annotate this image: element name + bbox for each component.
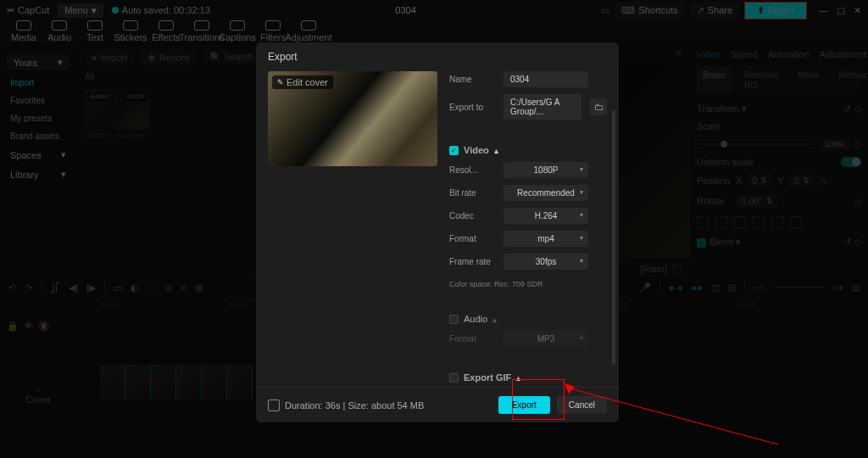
tool-effects[interactable]: Effects	[149, 20, 183, 42]
reset-icon[interactable]: ↺	[843, 103, 851, 114]
align-hcenter-icon[interactable]	[715, 216, 727, 228]
tab-animation[interactable]: Animation	[768, 49, 810, 59]
share-button[interactable]: ↗ Share	[690, 3, 739, 19]
tool-stickers[interactable]: Stickers	[114, 20, 147, 42]
cancel-button[interactable]: Cancel	[557, 396, 607, 414]
name-input[interactable]: 0304	[504, 71, 588, 87]
audio-section-toggle[interactable]: Audio ▴	[449, 314, 607, 324]
tool-icon-6[interactable]: ⊞	[195, 282, 203, 293]
folder-icon[interactable]: 🗀	[590, 98, 607, 115]
align-right-icon[interactable]	[734, 216, 746, 228]
mute-icon[interactable]: 🔇	[38, 321, 50, 332]
redo-icon[interactable]: ↷	[25, 282, 32, 293]
video-section-toggle[interactable]: ✓Video ▴	[449, 145, 607, 155]
tool-audio[interactable]: Audio	[42, 20, 76, 42]
tool-icon-3[interactable]: ⬚	[147, 282, 156, 293]
yours-dropdown[interactable]: Yours▾	[7, 54, 70, 70]
format-select[interactable]: mp4	[504, 231, 588, 247]
tool-icon-5[interactable]: ≡	[181, 282, 186, 293]
tl-icon-a[interactable]: ◫	[711, 282, 720, 293]
scale-keyframe-icon[interactable]: ◇	[854, 139, 861, 150]
tl-icon-b[interactable]: ⊟	[728, 282, 736, 293]
rotate-keyframe-icon[interactable]: ◇	[854, 196, 861, 207]
cover-button[interactable]: ✎Cover	[7, 386, 70, 405]
mic-icon[interactable]: 🎤	[639, 282, 651, 293]
subtab-retouch[interactable]: Retouch	[832, 66, 868, 93]
tool-text[interactable]: Text	[78, 20, 112, 42]
shortcuts-button[interactable]: ⌨ Shortcuts	[615, 3, 684, 19]
align-bottom-icon[interactable]	[790, 216, 802, 228]
auto-icon-2[interactable]: ●●	[692, 282, 703, 293]
edit-cover-button[interactable]: ✎ Edit cover	[272, 75, 333, 89]
blend-keyframe-icon[interactable]: ◇	[854, 237, 861, 248]
delete-right-icon[interactable]: [▶	[86, 282, 96, 293]
tool-icon-1[interactable]: ▭	[114, 282, 122, 293]
subtab-mask[interactable]: Mask	[792, 66, 826, 93]
subtab-removebg[interactable]: Remove BG	[738, 66, 785, 93]
timeline-clip[interactable]: 1225274_1920_1080_24fps.mp4 00:00:35:17	[100, 365, 253, 400]
fit-icon[interactable]: ⊡	[852, 282, 860, 293]
record-button[interactable]: ◉ Record	[141, 49, 196, 65]
cover-preview[interactable]: ✎ Edit cover	[268, 71, 437, 166]
ratio-button[interactable]: [Ratio]	[640, 264, 667, 274]
position-label: Position	[697, 176, 731, 186]
pos-keyframe-icon[interactable]: ◇	[820, 176, 826, 187]
blend-label[interactable]: ✓Blend ▾	[697, 237, 741, 248]
menu-button[interactable]: Menu ▾	[58, 3, 103, 18]
zoom-in-icon[interactable]: ○+	[832, 282, 843, 293]
sidebar-brand[interactable]: Brand assets	[0, 127, 76, 145]
auto-cut-icon[interactable]: ●-●	[669, 282, 683, 293]
uniform-toggle[interactable]	[841, 157, 861, 167]
scale-value[interactable]: 100%	[820, 138, 849, 150]
fullscreen-icon[interactable]: ⛶	[672, 264, 682, 274]
sidebar-library[interactable]: Library▾	[0, 165, 76, 184]
transform-label[interactable]: Transform ▾	[697, 103, 747, 114]
subtab-basic[interactable]: Basic	[697, 66, 732, 93]
bitrate-select[interactable]: Recommended	[504, 185, 588, 201]
media-clip[interactable]: Added 00:36 1225274_4fps.mp4	[85, 90, 149, 139]
rotate-input[interactable]: 0.00° ⇅	[736, 194, 778, 208]
sidebar-presets[interactable]: My presets	[0, 109, 76, 127]
scale-slider[interactable]	[697, 143, 815, 145]
tool-captions[interactable]: Captions	[220, 20, 254, 42]
tool-adjustment[interactable]: Adjustment	[292, 20, 326, 42]
split-icon[interactable]: ⎦⎡	[50, 282, 60, 293]
undo-icon[interactable]: ↶	[8, 282, 16, 293]
minimize-icon[interactable]: —	[819, 5, 828, 16]
modal-scrollbar[interactable]	[612, 110, 615, 365]
framerate-select[interactable]: 30fps	[504, 254, 588, 270]
export-confirm-button[interactable]: Export	[498, 396, 550, 414]
exportto-input[interactable]: C:/Users/G A Group/...	[504, 94, 581, 120]
delete-left-icon[interactable]: ◀]	[69, 282, 78, 293]
tool-icon-4[interactable]: ⊙	[164, 282, 172, 293]
tab-video[interactable]: Video	[697, 49, 721, 59]
close-icon[interactable]: ✕	[854, 5, 861, 16]
align-left-icon[interactable]	[697, 216, 709, 228]
sidebar-import[interactable]: Import	[0, 74, 76, 92]
align-vcenter-icon[interactable]	[771, 216, 783, 228]
blend-reset-icon[interactable]: ↺	[843, 237, 851, 248]
maximize-icon[interactable]: ▢	[837, 5, 845, 16]
tool-media[interactable]: Media	[7, 20, 41, 42]
pos-y-input[interactable]: 0 ⇅	[789, 174, 815, 187]
resolution-select[interactable]: 1080P	[504, 162, 588, 178]
align-top-icon[interactable]	[753, 216, 765, 228]
eye-icon[interactable]: 👁	[24, 321, 33, 332]
tool-icon-2[interactable]: ◐	[131, 282, 139, 293]
gif-section-toggle[interactable]: Export GIF ▴	[449, 372, 607, 383]
export-button-top[interactable]: ⬆ Export	[744, 2, 807, 20]
player-menu-icon[interactable]: ≡	[676, 47, 682, 58]
codec-select[interactable]: H.264	[504, 208, 588, 224]
sidebar-favorites[interactable]: Favorites	[0, 92, 76, 109]
zoom-slider[interactable]	[773, 287, 824, 288]
keyframe-icon[interactable]: ◇	[854, 103, 861, 114]
sidebar-spaces[interactable]: Spaces▾	[0, 145, 76, 165]
layout-icon[interactable]: ▭	[601, 5, 609, 16]
tool-transitions[interactable]: Transitions	[185, 20, 219, 42]
tab-adjustment[interactable]: Adjustment	[820, 49, 866, 59]
import-button[interactable]: ● Import	[85, 50, 134, 65]
lock-icon[interactable]: 🔒	[7, 321, 19, 332]
pos-x-input[interactable]: 0 ⇅	[747, 174, 772, 187]
tab-speed[interactable]: Speed	[731, 49, 758, 59]
zoom-out-icon[interactable]: −○	[754, 282, 765, 293]
